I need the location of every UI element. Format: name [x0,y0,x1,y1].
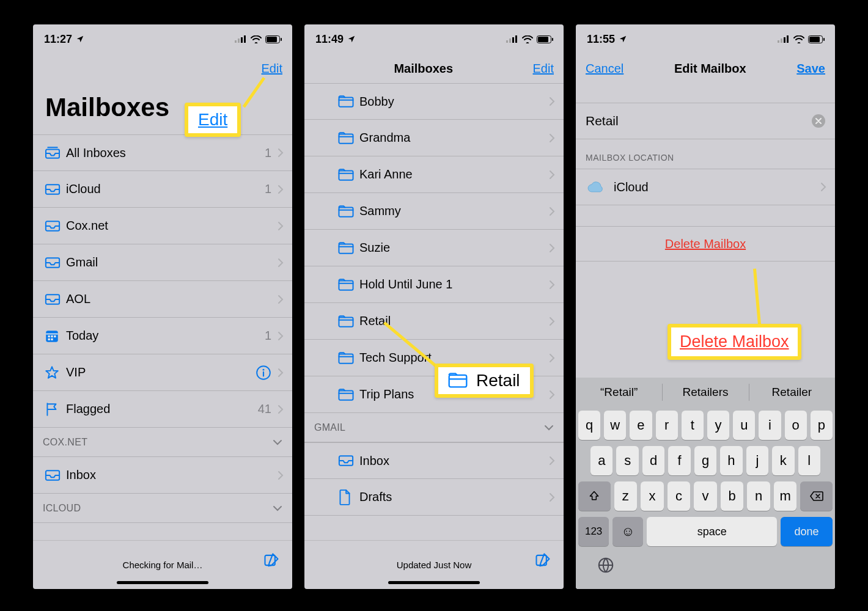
suggestion-2[interactable]: Retailer [749,378,835,407]
key-o[interactable]: o [785,411,807,440]
mailbox-row-flagged[interactable]: Flagged 41 [33,391,292,428]
compose-button[interactable] [263,552,280,569]
edit-button[interactable]: Edit [533,62,554,76]
location-header: MAILBOX LOCATION [576,139,835,169]
mailbox-row-inbox[interactable]: Inbox [33,457,292,494]
mailbox-row-vip[interactable]: VIP [33,354,292,391]
mailbox-row-gmail[interactable]: Gmail [33,244,292,281]
chevron-down-icon [544,425,554,431]
compose-button[interactable] [534,552,551,569]
suggestion-1[interactable]: Retailers [662,378,748,407]
folder-icon [337,278,359,291]
location-row[interactable]: iCloud [576,169,835,205]
key-p[interactable]: p [811,411,833,440]
home-indicator[interactable] [117,581,208,584]
key-space[interactable]: space [647,517,777,546]
key-q[interactable]: q [578,411,600,440]
svg-rect-21 [263,371,264,376]
suggestion-0[interactable]: “Retail” [576,378,662,407]
key-d[interactable]: d [642,446,664,475]
key-i[interactable]: i [759,411,781,440]
key-j[interactable]: j [746,446,768,475]
svg-rect-27 [515,35,517,43]
key-k[interactable]: k [772,446,794,475]
mailbox-row-cox-net[interactable]: Cox.net [33,208,292,244]
mailbox-row-all-inboxes[interactable]: All Inboxes 1 [33,134,292,171]
folder-icon [337,205,359,218]
folder-icon [337,351,359,365]
clear-icon[interactable] [812,114,825,128]
status-time: 11:49 [315,33,344,46]
key-c[interactable]: c [668,481,691,511]
folder-row-grandma[interactable]: Grandma [304,120,564,156]
key-x[interactable]: x [641,481,664,511]
location-icon [347,35,356,43]
chevron-right-icon [549,280,555,290]
row-label: All Inboxes [66,146,126,160]
key-backspace[interactable] [800,481,833,511]
chevron-right-icon [278,295,284,304]
key-e[interactable]: e [630,411,652,440]
mailbox-name-input[interactable] [586,114,812,128]
mailbox-row-today[interactable]: Today 1 [33,318,292,354]
folder-row-bobby[interactable]: Bobby [304,83,564,120]
cell-signal-icon [235,35,247,43]
svg-rect-13 [46,333,58,334]
row-label: AOL [66,292,90,306]
key-g[interactable]: g [694,446,716,475]
mailbox-row-aol[interactable]: AOL [33,281,292,318]
gmail-row-inbox[interactable]: Inbox [304,442,564,479]
section-header[interactable]: COX.NET [33,428,292,457]
mailbox-name-row[interactable] [576,103,835,139]
svg-rect-6 [267,37,277,42]
key-r[interactable]: r [656,411,678,440]
key-done[interactable]: done [781,517,833,546]
key-f[interactable]: f [668,446,690,475]
folder-icon [337,168,359,181]
row-label: Hold Until June 1 [359,277,452,291]
gmail-row-drafts[interactable]: Drafts [304,479,564,516]
home-indicator[interactable] [388,581,480,584]
folder-row-retail[interactable]: Retail [304,303,564,340]
chevron-right-icon [549,316,555,326]
key-z[interactable]: z [614,481,638,511]
key-t[interactable]: t [682,411,704,440]
key-h[interactable]: h [720,446,742,475]
info-icon[interactable] [256,365,271,381]
location-icon [76,35,84,43]
key-a[interactable]: a [590,446,612,475]
section-header-gmail[interactable]: GMAIL [304,413,564,442]
row-label: VIP [66,365,86,379]
key-b[interactable]: b [721,481,744,511]
svg-rect-31 [339,97,353,106]
key-n[interactable]: n [747,481,770,511]
folder-row-suzie[interactable]: Suzie [304,230,564,266]
folder-row-kari-anne[interactable]: Kari Anne [304,156,564,193]
save-button[interactable]: Save [796,62,825,76]
status-time: 11:27 [44,33,72,46]
key-y[interactable]: y [707,411,729,440]
chevron-right-icon [278,331,284,341]
chevron-right-icon [278,148,284,158]
chevron-right-icon [278,470,284,480]
key-u[interactable]: u [733,411,755,440]
folder-row-sammy[interactable]: Sammy [304,193,564,230]
key-s[interactable]: s [616,446,638,475]
key-123[interactable]: 123 [578,517,609,546]
key-shift[interactable] [578,481,611,511]
chevron-right-icon [278,368,284,378]
section-header[interactable]: ICLOUD [33,494,292,523]
edit-button[interactable]: Edit [262,62,282,76]
key-v[interactable]: v [694,481,717,511]
key-emoji[interactable]: ☺ [612,517,643,546]
key-m[interactable]: m [774,481,797,511]
row-label: Inbox [359,454,389,468]
key-l[interactable]: l [798,446,820,475]
mailbox-row-icloud[interactable]: iCloud 1 [33,171,292,208]
cancel-button[interactable]: Cancel [586,62,623,76]
row-label: Gmail [66,255,98,269]
globe-icon[interactable] [597,556,615,574]
folder-row-hold-until-june-1[interactable]: Hold Until June 1 [304,266,564,303]
key-w[interactable]: w [604,411,626,440]
delete-mailbox-row[interactable]: Delete Mailbox [576,226,835,262]
